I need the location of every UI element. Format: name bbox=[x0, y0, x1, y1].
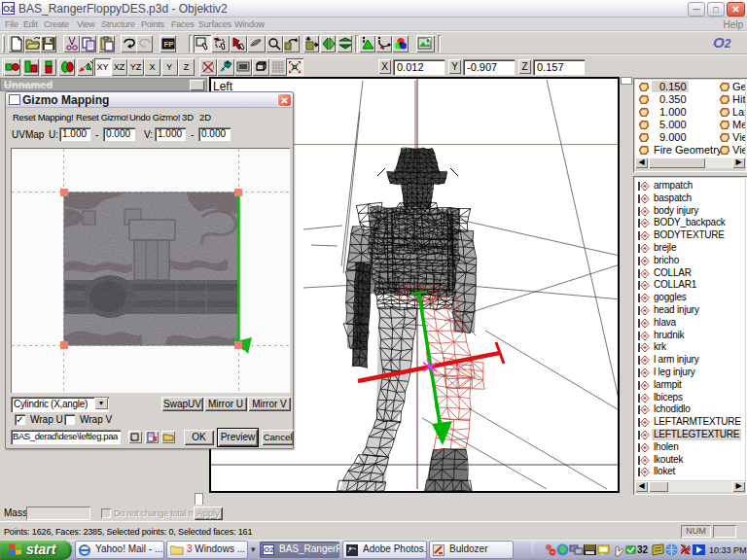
svg-text:FP: FP bbox=[163, 40, 174, 49]
svg-text:32: 32 bbox=[637, 544, 649, 555]
